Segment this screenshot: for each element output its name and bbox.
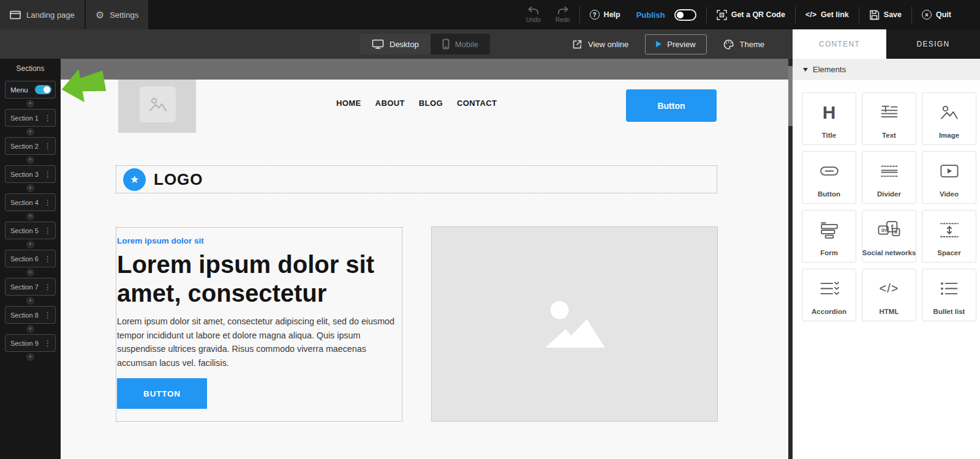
scrollbar-thumb[interactable] [788,66,793,126]
divider-icon [880,165,899,177]
device-toolbar: Desktop Mobile View online Preview Theme [0,29,793,59]
sidebar-item-section-9[interactable]: Section 9 ⋮ [5,334,56,352]
section-menu-icon[interactable]: ⋮ [44,227,51,234]
element-spacer[interactable]: Spacer [922,210,976,263]
add-section-button[interactable]: + [26,353,34,361]
element-title[interactable]: H Title [802,92,856,145]
sidebar-item-section-4[interactable]: Section 4 ⋮ [5,193,56,211]
redo-icon [556,6,570,15]
tab-design[interactable]: DESIGN [886,29,980,59]
tab-landing-page-label: Landing page [26,10,75,20]
undo-button[interactable]: Undo [519,6,548,23]
view-online-button[interactable]: View online [572,39,628,50]
section-menu-icon[interactable]: ⋮ [44,171,51,178]
element-html[interactable]: </> HTML [862,269,916,321]
element-accordion[interactable]: Accordion [802,269,856,321]
menu-section-item[interactable]: Menu [5,81,56,99]
publish-control[interactable]: Publish [628,9,704,21]
image-placeholder-box [140,86,176,122]
tab-content[interactable]: CONTENT [793,29,886,59]
tab-settings[interactable]: ⚙ Settings [86,0,149,29]
element-social-networks[interactable]: in f X Social networks [862,210,916,263]
nav-link-about[interactable]: ABOUT [375,99,405,108]
separator [795,7,796,23]
quit-button[interactable]: × Quit [914,10,959,20]
header-logo-placeholder[interactable] [118,80,196,133]
section-menu-icon[interactable]: ⋮ [44,255,51,263]
panel-tabs: CONTENT DESIGN [793,29,980,59]
canvas-scrollbar[interactable] [788,59,793,459]
element-form[interactable]: Form [802,210,856,263]
qr-code-button[interactable]: Get a QR Code [709,10,793,20]
sidebar-item-section-3[interactable]: Section 3 ⋮ [5,165,56,183]
mobile-icon [442,39,450,50]
text-widget[interactable]: Lorem ipsum dolor sit Lorem ipsum dolor … [116,227,402,422]
theme-label: Theme [740,40,764,49]
section-menu-icon[interactable]: ⋮ [44,340,51,347]
add-section-button[interactable]: + [26,241,34,248]
palette-icon [723,39,734,50]
sidebar-item-section-1[interactable]: Section 1 ⋮ [5,109,56,127]
sections-sidebar: Sections Menu + Section 1 ⋮ + Section 2 … [0,59,61,459]
element-text[interactable]: Text [862,92,916,145]
site-header-button[interactable]: Button [626,89,717,122]
preview-button[interactable]: Preview [645,34,706,54]
desktop-icon [372,39,384,49]
theme-button[interactable]: Theme [723,39,764,50]
image-placeholder-icon [544,301,605,348]
sidebar-item-section-2[interactable]: Section 2 ⋮ [5,137,56,155]
image-widget-placeholder[interactable] [431,226,718,422]
site-cta-button[interactable]: BUTTON [117,378,207,409]
section-menu-icon[interactable]: ⋮ [44,199,51,206]
nav-link-home[interactable]: HOME [336,99,361,108]
element-divider[interactable]: Divider [862,151,916,204]
add-section-button[interactable]: + [26,212,34,220]
help-icon: ? [590,10,600,20]
tab-landing-page[interactable]: Landing page [0,0,86,29]
element-button[interactable]: Button [802,151,856,204]
add-section-button[interactable]: + [26,184,34,192]
nav-link-blog[interactable]: BLOG [419,99,443,108]
add-section-button[interactable]: + [26,325,34,333]
element-bullet-list[interactable]: Bullet list [922,269,976,321]
undo-icon [527,6,540,15]
add-section-button[interactable]: + [26,297,34,305]
help-button[interactable]: ? Help [582,10,628,20]
add-section-button[interactable]: + [26,269,34,277]
get-link-label: Get link [821,10,849,19]
add-section-button[interactable]: + [26,100,34,108]
form-icon [820,222,839,239]
mobile-view-button[interactable]: Mobile [431,34,490,54]
save-button[interactable]: Save [861,10,910,20]
section-menu-icon[interactable]: ⋮ [44,312,51,319]
mobile-label: Mobile [455,40,478,49]
sidebar-item-section-6[interactable]: Section 6 ⋮ [5,250,56,267]
redo-button[interactable]: Redo [548,6,578,23]
add-section-button[interactable]: + [26,128,34,136]
external-link-icon [572,39,582,50]
separator [859,7,859,23]
elements-accordion-header[interactable]: Elements [793,59,980,80]
sidebar-item-section-8[interactable]: Section 8 ⋮ [5,306,56,324]
section-menu-icon[interactable]: ⋮ [44,114,51,122]
publish-toggle[interactable] [674,9,696,21]
nav-link-contact[interactable]: CONTACT [457,99,497,108]
element-image[interactable]: Image [922,92,976,145]
sidebar-item-section-5[interactable]: Section 5 ⋮ [5,222,56,239]
elements-header-label: Elements [813,65,846,74]
accordion-icon [820,281,839,296]
desktop-view-button[interactable]: Desktop [360,34,431,54]
element-video[interactable]: Video [922,151,976,204]
section-menu-icon[interactable]: ⋮ [44,283,51,291]
top-bar: Landing page ⚙ Settings Undo Redo ? Help… [0,0,980,29]
separator [706,7,707,23]
menu-toggle[interactable] [35,85,51,94]
logo-widget[interactable]: ★ LOGO [116,165,717,193]
title-icon: H [823,102,836,123]
get-link-button[interactable]: </> Get link [797,10,857,19]
section-menu-icon[interactable]: ⋮ [44,143,51,150]
tab-settings-label: Settings [110,10,138,20]
separator [911,7,912,23]
sidebar-item-section-7[interactable]: Section 7 ⋮ [5,278,56,296]
add-section-button[interactable]: + [26,156,34,164]
